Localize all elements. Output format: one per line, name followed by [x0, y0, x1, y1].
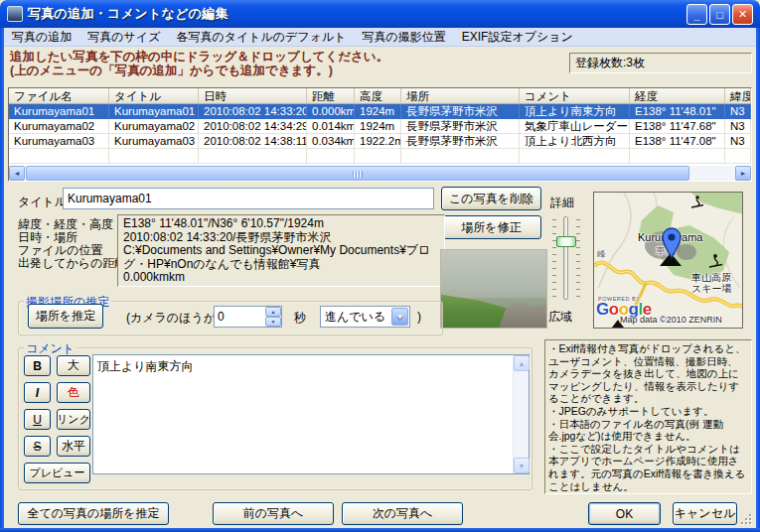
comment-scrollbar[interactable]: ▲ ▼ — [513, 355, 529, 473]
scroll-down-arrow-icon[interactable]: ▼ — [514, 458, 530, 473]
column-header-altitude[interactable]: 高度 — [355, 88, 401, 104]
menu-photo-size[interactable]: 写真のサイズ — [79, 28, 168, 47]
menu-exif-options[interactable]: EXIF設定オプション — [454, 28, 581, 47]
menu-bar: 写真の追加 写真のサイズ 各写真のタイトルのデフォルト 写真の撮影位置 EXIF… — [4, 28, 756, 47]
registered-count-box: 登録枚数:3枚 — [569, 53, 752, 73]
close-button[interactable]: ✕ — [732, 4, 753, 25]
table-row[interactable]: Kurumayama02 Kurumayama02 2010:08:02 14:… — [9, 119, 751, 134]
zoom-slider-thumb[interactable] — [556, 236, 576, 247]
cell-place[interactable]: 長野県茅野市米沢 — [401, 119, 520, 134]
title-field-label: タイトル — [18, 194, 67, 210]
cell-title[interactable]: Kurumayama01 — [109, 104, 199, 119]
cell-filename[interactable]: Kurumayama01 — [9, 104, 109, 119]
table-horizontal-scrollbar[interactable]: ◄ ► — [9, 166, 751, 181]
minimize-button[interactable]: _ — [686, 4, 707, 25]
spinner-up-icon[interactable]: ▲ — [265, 307, 281, 317]
column-header-longitude[interactable]: 経度 — [630, 88, 725, 104]
photo-list-table: ファイル名 タイトル 日時 距離 高度 場所 コメント 経度 緯度 Kuruma… — [8, 87, 752, 182]
cell-comment[interactable]: 頂上より北西方向 — [520, 134, 630, 149]
column-header-title[interactable]: タイトル — [109, 88, 199, 104]
title-input[interactable] — [63, 188, 434, 209]
seconds-spinner[interactable]: ▲ ▼ — [214, 306, 282, 328]
note-paragraph: ・JPEGのみサポートしています。 — [548, 405, 748, 418]
cancel-button[interactable]: キャンセル — [673, 502, 737, 525]
delete-photo-button[interactable]: この写真を削除 — [441, 187, 541, 210]
column-header-latitude[interactable]: 緯度 — [725, 88, 751, 104]
comment-textarea[interactable]: 頂上より南東方向 ▲ ▼ — [92, 354, 530, 474]
cell-filename[interactable]: Kurumayama03 — [9, 134, 109, 149]
resize-grip[interactable] — [740, 513, 753, 526]
seconds-input[interactable] — [215, 307, 264, 327]
cell-distance[interactable]: 0.000km — [307, 104, 355, 119]
map-pin-icon[interactable] — [654, 222, 689, 272]
cell-longitude[interactable]: E138° 11'47.08" — [630, 134, 725, 149]
instruction-line2: (上のメニューの「写真の追加」からでも追加できます。) — [10, 63, 333, 79]
fix-location-button[interactable]: 場所を修正 — [441, 215, 541, 239]
exif-notes-panel: ・Exif情報付き写真がドロップされると、ユーザコメント、位置情報、撮影日時、カ… — [544, 339, 752, 494]
cell-longitude[interactable]: E138° 11'48.01" — [630, 104, 725, 119]
maximize-button[interactable]: □ — [709, 4, 730, 25]
column-header-datetime[interactable]: 日時 — [199, 88, 307, 104]
cell-filename[interactable]: Kurumayama02 — [9, 119, 109, 134]
cell-datetime[interactable]: 2010:08:02 14:33:20 — [199, 104, 307, 119]
cell-latitude[interactable]: N3 — [725, 134, 751, 149]
cell-title[interactable]: Kurumayama02 — [109, 119, 199, 134]
font-size-button[interactable]: 大 — [57, 355, 90, 376]
bold-button[interactable]: B — [24, 355, 51, 376]
scroll-up-arrow-icon[interactable]: ▲ — [514, 355, 530, 371]
cell-datetime[interactable]: 2010:08:02 14:34:29 — [199, 119, 307, 134]
column-header-place[interactable]: 場所 — [401, 88, 520, 104]
note-paragraph: ・日本語のファイル名の写真(例 運動会.jpgなど)は使用できません。 — [548, 418, 748, 443]
window-border-bottom — [0, 528, 760, 532]
italic-button[interactable]: I — [24, 382, 51, 403]
cell-distance[interactable]: 0.014km — [307, 119, 355, 134]
table-row-selected[interactable]: Kurumayama01 Kurumayama01 2010:08:02 14:… — [9, 104, 751, 119]
column-header-distance[interactable]: 距離 — [307, 88, 355, 104]
font-color-button[interactable]: 色 — [57, 382, 90, 403]
zoom-slider-track[interactable] — [563, 216, 568, 300]
clock-direction-combo[interactable]: 進んでいる ▼ — [320, 306, 410, 328]
map-side-label: 峰 — [597, 248, 606, 261]
column-header-comment[interactable]: コメント — [520, 88, 630, 104]
cell-place[interactable]: 長野県茅野市米沢 — [401, 134, 520, 149]
cell-comment[interactable]: 気象庁車山レーダー — [520, 119, 630, 134]
scroll-right-arrow-icon[interactable]: ► — [735, 166, 751, 181]
column-header-filename[interactable]: ファイル名 — [9, 88, 109, 104]
cell-comment[interactable]: 頂上より南東方向 — [520, 104, 630, 119]
photo-info-box: E138° 11'48.01"/N36° 6'10.57"/1924m 2010… — [117, 214, 445, 287]
horizontal-rule-button[interactable]: 水平 — [57, 436, 90, 457]
scroll-left-arrow-icon[interactable]: ◄ — [9, 166, 25, 181]
menu-add-photo[interactable]: 写真の追加 — [4, 28, 79, 47]
title-bar[interactable]: 写真の追加・コメントなどの編集 _ □ ✕ — [0, 0, 760, 28]
cell-title[interactable]: Kurumayama03 — [109, 134, 199, 149]
cell-altitude[interactable]: 1924m — [355, 104, 401, 119]
table-header-row: ファイル名 タイトル 日時 距離 高度 場所 コメント 経度 緯度 — [9, 88, 751, 104]
map-view[interactable]: Kurumayama 車山 峰 車山高原 スキー場 POWERED BY Goo… — [593, 192, 743, 329]
info-coordinates: E138° 11'48.01"/N36° 6'10.57"/1924m — [123, 217, 439, 231]
photo-thumbnail — [440, 249, 547, 329]
cell-latitude[interactable]: N3 — [725, 119, 751, 134]
ok-button[interactable]: OK — [588, 502, 661, 525]
info-datetime-place: 2010:08:02 14:33:20/長野県茅野市米沢 — [123, 231, 439, 245]
link-button[interactable]: リンク — [57, 409, 90, 430]
cell-distance[interactable]: 0.034km — [307, 134, 355, 149]
cell-datetime[interactable]: 2010:08:02 14:38:11 — [199, 134, 307, 149]
prev-photo-button[interactable]: 前の写真へ — [213, 502, 334, 525]
strikethrough-button[interactable]: S — [24, 436, 51, 457]
cell-altitude[interactable]: 1924m — [355, 119, 401, 134]
cell-altitude[interactable]: 1922.2m — [355, 134, 401, 149]
chevron-down-icon[interactable]: ▼ — [391, 308, 408, 326]
underline-button[interactable]: U — [24, 409, 51, 430]
spinner-down-icon[interactable]: ▼ — [265, 317, 281, 327]
next-photo-button[interactable]: 次の写真へ — [342, 502, 463, 525]
cell-place[interactable]: 長野県茅野市米沢 — [401, 104, 520, 119]
table-row[interactable]: Kurumayama03 Kurumayama03 2010:08:02 14:… — [9, 134, 751, 149]
menu-title-default[interactable]: 各写真のタイトルのデフォルト — [168, 28, 354, 47]
cell-longitude[interactable]: E138° 11'47.68" — [630, 119, 725, 134]
estimate-all-button[interactable]: 全ての写真の場所を推定 — [18, 502, 169, 525]
scrollbar-thumb[interactable] — [26, 166, 689, 181]
preview-button[interactable]: プレビュー — [24, 463, 90, 483]
menu-shoot-location[interactable]: 写真の撮影位置 — [355, 28, 454, 47]
estimate-location-button[interactable]: 場所を推定 — [28, 304, 103, 329]
cell-latitude[interactable]: N3 — [725, 104, 751, 119]
